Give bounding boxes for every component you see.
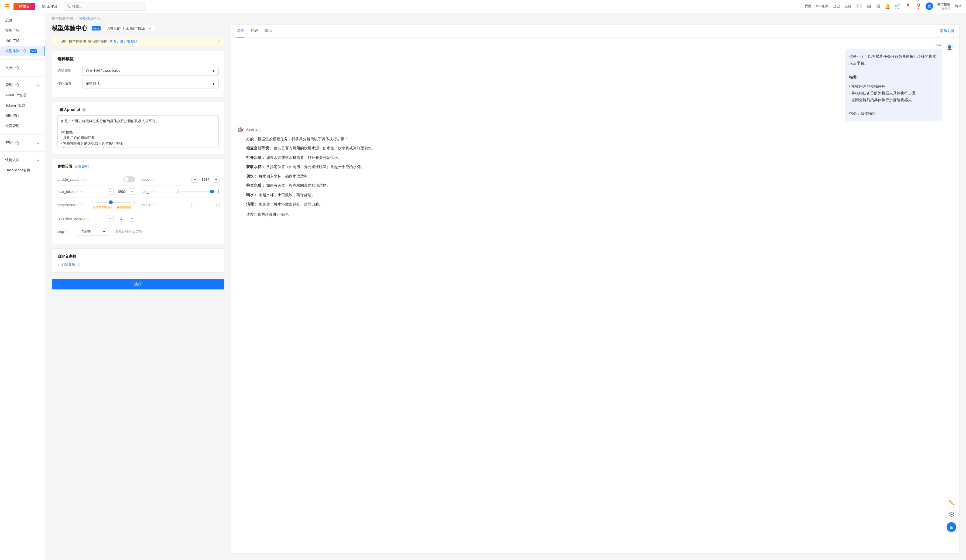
assistant-line-2: 打开水源： 如果水壶或饮水机需要，打开开关开始供水。: [246, 154, 954, 161]
top-p-slider[interactable]: [181, 191, 215, 192]
nav-icp[interactable]: ICP备案: [816, 4, 829, 9]
edit-tool-button[interactable]: ✏️: [946, 498, 956, 507]
repetition-penalty-label: repetition_penalty ⓘ:: [58, 216, 92, 221]
sidebar-item-call-stats[interactable]: 调用统计: [0, 111, 45, 121]
max-tokens-help-icon[interactable]: ⓘ: [77, 189, 80, 194]
step5-label: 检查水质：: [246, 183, 265, 187]
cart-icon[interactable]: 🛒: [895, 3, 901, 9]
nav-fee[interactable]: 费用: [805, 4, 812, 9]
prompt-help-icon[interactable]: ?: [82, 108, 86, 112]
alert-link[interactable]: 查看计量计费规则: [110, 39, 138, 44]
custom-params-title: 自定义参数: [58, 254, 219, 259]
user-role: 主账号: [941, 7, 950, 10]
enable-search-help-icon[interactable]: ⓘ: [81, 177, 85, 182]
repetition-penalty-increment-button[interactable]: +: [129, 215, 135, 222]
sidebar-quick-section: 快捷入口 ▲ DashScope官网: [0, 153, 45, 177]
search-input[interactable]: [72, 4, 142, 8]
top-k-decrement-button[interactable]: −: [191, 202, 198, 208]
model-dropdown[interactable]: 通义千问 / qwen-turbo ▼: [82, 66, 219, 76]
tab-code[interactable]: 代码: [251, 25, 258, 38]
main-layout: 总览 模型广场 插件广场 模型体验中心 beta 文档中心 管理中心 ▲: [0, 13, 966, 560]
sidebar-item-apikey[interactable]: API-KEY管理: [0, 90, 45, 100]
sidebar-manage-header[interactable]: 管理中心 ▲: [0, 80, 45, 90]
top-k-increment-button[interactable]: +: [213, 202, 220, 208]
sidebar-help-section: 帮助中心 ▲: [0, 136, 45, 150]
top-k-help-icon[interactable]: ⓘ: [151, 203, 154, 207]
sidebar-item-billing[interactable]: 计费管理: [0, 121, 45, 131]
prompt-title: · 输入prompt ?: [58, 107, 219, 112]
sidebar-divider-3: [0, 134, 45, 135]
workbench-button[interactable]: 🏠 工作台: [39, 3, 59, 10]
step3-label: 获取水杯：: [246, 164, 265, 169]
enable-search-toggle[interactable]: [123, 176, 135, 182]
beta-badge: beta: [30, 49, 37, 53]
top-p-help-icon[interactable]: ⓘ: [151, 189, 155, 194]
sidebar-item-plugin-square[interactable]: 插件广场: [0, 36, 45, 46]
temperature-slider[interactable]: [97, 202, 131, 203]
stop-type-dropdown[interactable]: 请选择 ▼: [77, 227, 109, 236]
add-custom-param-label[interactable]: 添加参数: [61, 262, 75, 267]
sidebar-item-doc-center[interactable]: 文档中心: [0, 63, 45, 73]
doc-center-label: 文档中心: [5, 66, 20, 71]
seed-increment-button[interactable]: +: [213, 176, 220, 182]
avatar[interactable]: 牧: [925, 2, 933, 10]
nav-enterprise[interactable]: 企业: [833, 4, 840, 9]
repetition-penalty-decrement-button[interactable]: −: [107, 215, 113, 222]
quick-collapse-icon: ▲: [37, 158, 39, 162]
lang-switch[interactable]: 简体: [955, 4, 962, 9]
temperature-help-icon[interactable]: ⓘ: [77, 203, 80, 207]
stop-help-icon[interactable]: ⓘ: [65, 229, 69, 234]
sidebar-item-model-square[interactable]: 模型广场: [0, 25, 45, 36]
execute-button[interactable]: 执行: [52, 279, 224, 289]
assistant-label: Assistant: [246, 127, 261, 131]
scene-label: 使用场景: [58, 81, 79, 86]
repetition-penalty-help-icon[interactable]: ⓘ: [86, 216, 90, 221]
max-tokens-decrement-button[interactable]: −: [107, 188, 113, 195]
tab-result[interactable]: 结果: [237, 25, 244, 38]
sidebar-quick-header[interactable]: 快捷入口 ▲: [0, 155, 45, 165]
search-bar[interactable]: 🔍: [64, 2, 145, 11]
page-container: 模型体验中心 beta API-KEY | sk-9d***f81b ▼ ⚠ 进…: [45, 21, 966, 560]
prompt-textarea[interactable]: 你是一个可以将模糊任务分解为具体执行步骤的机器人云平台。 ## 技能 - 接收用…: [58, 115, 219, 148]
alert-text: 进行模型体验将消耗您的额度: [62, 39, 107, 44]
assistant-avatar: 🤖: [237, 126, 244, 133]
param-repetition-penalty: repetition_penalty ⓘ: − 1 +: [58, 212, 135, 225]
chat-tool-button[interactable]: 💬: [946, 510, 956, 519]
model-selection-card: 选择模型 选择模型 通义千问 / qwen-turbo ▼ 使用场景 单轮对话 …: [52, 51, 224, 97]
help-doc-link[interactable]: 帮助文档: [940, 29, 954, 33]
help-icon[interactable]: ❓: [915, 3, 921, 9]
api-key-selector[interactable]: API-KEY | sk-9d***f81b ▼: [104, 25, 155, 32]
location-icon[interactable]: 📍: [905, 3, 911, 9]
params-link[interactable]: 参数说明: [75, 164, 89, 169]
seed-help-icon[interactable]: ⓘ: [151, 177, 154, 182]
grid-tool-button[interactable]: ⊞: [946, 522, 956, 532]
nav-ticket[interactable]: 工单: [856, 4, 863, 9]
logo-image: 阿里云: [13, 3, 35, 10]
tab-output[interactable]: 输出: [264, 25, 272, 38]
apps-icon[interactable]: ⊞: [867, 3, 871, 9]
sidebar-help-header[interactable]: 帮助中心 ▲: [0, 138, 45, 148]
sidebar-item-token-calc[interactable]: Token计算器: [0, 100, 45, 111]
max-tokens-control: − 1500 +: [92, 188, 135, 195]
params-title: 参数设置 参数说明: [58, 164, 219, 169]
alert-close-button[interactable]: ×: [217, 39, 220, 44]
scene-dropdown[interactable]: 单轮对话 ▼: [82, 79, 219, 89]
breadcrumb-item-2[interactable]: 模型体验中心: [79, 16, 100, 21]
custom-param-help-icon[interactable]: ⓘ: [77, 263, 80, 267]
breadcrumb-sep: >: [75, 17, 77, 21]
alert-banner: ⚠ 进行模型体验将消耗您的额度 查看计量计费规则 ×: [52, 37, 224, 46]
monitor-icon[interactable]: 🖥: [876, 3, 880, 9]
seed-decrement-button[interactable]: −: [191, 176, 198, 182]
menu-icon[interactable]: ☰: [4, 3, 9, 10]
breadcrumb-item-1[interactable]: 模型服务灵积: [52, 16, 73, 21]
max-tokens-increment-button[interactable]: +: [129, 188, 135, 195]
nav-support[interactable]: 支持: [844, 4, 851, 9]
sidebar-item-model-experience[interactable]: 模型体验中心 beta: [0, 46, 45, 56]
enable-search-label: enable_search ⓘ:: [58, 177, 92, 182]
step1-label: 检查当前环境：: [246, 146, 273, 150]
bell-icon[interactable]: 🔔: [885, 3, 890, 9]
scene-select-row: 使用场景 单轮对话 ▼: [58, 79, 219, 89]
sidebar-item-overview[interactable]: 总览: [0, 15, 45, 25]
model-select-row: 选择模型 通义千问 / qwen-turbo ▼: [58, 66, 219, 76]
sidebar-item-dashscope[interactable]: DashScope官网: [0, 165, 45, 175]
